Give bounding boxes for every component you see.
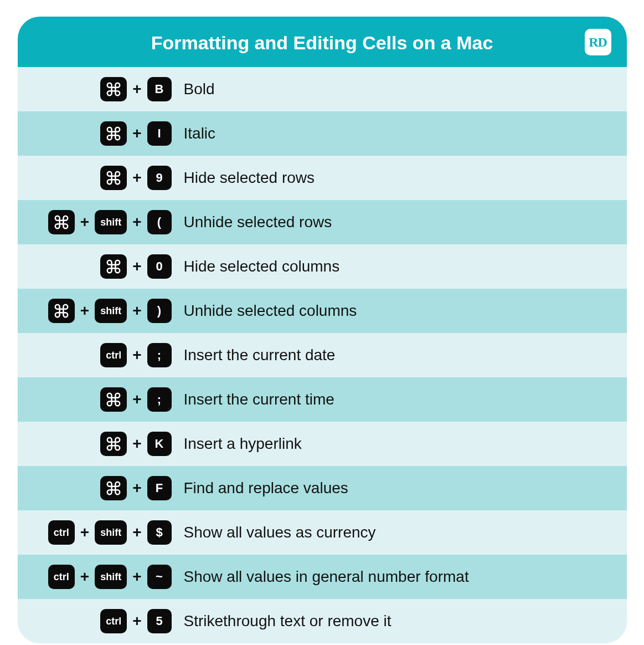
shortcut-description: Bold [184, 80, 627, 98]
command-key-icon [100, 166, 127, 190]
shortcut-description: Show all values as currency [184, 524, 627, 541]
shortcut-description: Unhide selected rows [184, 213, 627, 231]
char-key: I [147, 121, 172, 146]
command-key-icon [100, 77, 127, 101]
shortcut-keys: +shift+( [18, 210, 184, 234]
ctrl-key: ctrl [48, 520, 75, 545]
shortcut-row: ctrl+shift+~Show all values in general n… [18, 555, 627, 599]
shortcut-row: ctrl+shift+$Show all values as currency [18, 510, 627, 555]
shortcut-keys: +0 [18, 254, 184, 279]
shift-key: shift [95, 565, 127, 589]
char-key: K [147, 432, 172, 456]
shortcut-keys: ctrl+; [18, 343, 184, 367]
plus-separator: + [79, 568, 90, 586]
shortcut-keys: +F [18, 476, 184, 500]
plus-separator: + [131, 391, 142, 408]
shortcut-keys: ctrl+shift+$ [18, 520, 184, 545]
shortcut-row: ctrl+5Strikethrough text or remove it [18, 599, 627, 643]
card-header: Formatting and Editing Cells on a Mac RD [18, 17, 627, 67]
shortcut-keys: +; [18, 387, 184, 412]
plus-separator: + [131, 568, 142, 586]
shortcut-description: Insert the current time [184, 391, 627, 408]
plus-separator: + [131, 524, 142, 541]
shortcut-description: Find and replace values [184, 479, 627, 497]
shortcut-description: Show all values in general number format [184, 568, 627, 586]
shortcut-description: Strikethrough text or remove it [184, 612, 627, 630]
shortcut-keys: +shift+) [18, 299, 184, 323]
shortcut-row: +9Hide selected rows [18, 156, 627, 200]
shortcut-description: Insert a hyperlink [184, 435, 627, 453]
plus-separator: + [131, 612, 142, 630]
card-title: Formatting and Editing Cells on a Mac [151, 32, 493, 53]
char-key: ; [147, 343, 172, 367]
shift-key: shift [95, 520, 127, 545]
command-key-icon [48, 299, 75, 323]
brand-logo: RD [585, 29, 611, 55]
char-key: 5 [147, 609, 172, 633]
command-key-icon [100, 432, 127, 456]
plus-separator: + [79, 302, 90, 320]
shortcut-row: +FFind and replace values [18, 466, 627, 510]
shortcut-description: Hide selected rows [184, 169, 627, 187]
shortcut-keys: ctrl+5 [18, 609, 184, 633]
command-key-icon [48, 210, 75, 234]
ctrl-key: ctrl [100, 343, 127, 367]
shortcut-description: Insert the current date [184, 346, 627, 364]
shortcut-rows: +BBold +IItalic +9Hide selected rows +sh… [18, 67, 627, 643]
plus-separator: + [131, 258, 142, 275]
shortcut-keys: +B [18, 77, 184, 101]
plus-separator: + [131, 125, 142, 142]
plus-separator: + [131, 169, 142, 187]
char-key: F [147, 476, 172, 500]
shortcut-row: ctrl+;Insert the current date [18, 333, 627, 377]
shortcut-keys: ctrl+shift+~ [18, 565, 184, 589]
char-key: B [147, 77, 172, 101]
shortcut-card: Formatting and Editing Cells on a Mac RD… [18, 17, 627, 643]
command-key-icon [100, 476, 127, 500]
shortcut-row: +shift+)Unhide selected columns [18, 289, 627, 333]
shift-key: shift [95, 299, 127, 323]
char-key: ) [147, 299, 172, 323]
brand-logo-text: RD [589, 35, 607, 50]
shortcut-description: Unhide selected columns [184, 302, 627, 320]
shortcut-keys: +9 [18, 166, 184, 190]
char-key: ; [147, 387, 172, 412]
ctrl-key: ctrl [48, 565, 75, 589]
shortcut-description: Hide selected columns [184, 258, 627, 275]
plus-separator: + [79, 524, 90, 541]
shortcut-row: +0Hide selected columns [18, 244, 627, 289]
char-key: 9 [147, 166, 172, 190]
plus-separator: + [131, 479, 142, 497]
ctrl-key: ctrl [100, 609, 127, 633]
char-key: 0 [147, 254, 172, 279]
plus-separator: + [131, 302, 142, 320]
char-key: ( [147, 210, 172, 234]
shortcut-row: +KInsert a hyperlink [18, 422, 627, 466]
shift-key: shift [95, 210, 127, 234]
shortcut-row: +IItalic [18, 111, 627, 156]
plus-separator: + [131, 346, 142, 364]
shortcut-row: +BBold [18, 67, 627, 111]
shortcut-description: Italic [184, 125, 627, 142]
plus-separator: + [131, 213, 142, 231]
shortcut-keys: +K [18, 432, 184, 456]
command-key-icon [100, 121, 127, 146]
plus-separator: + [79, 213, 90, 231]
shortcut-row: +;Insert the current time [18, 377, 627, 422]
command-key-icon [100, 387, 127, 412]
shortcut-row: +shift+(Unhide selected rows [18, 200, 627, 244]
char-key: ~ [147, 565, 172, 589]
shortcut-keys: +I [18, 121, 184, 146]
plus-separator: + [131, 80, 142, 98]
plus-separator: + [131, 435, 142, 453]
command-key-icon [100, 254, 127, 279]
char-key: $ [147, 520, 172, 545]
